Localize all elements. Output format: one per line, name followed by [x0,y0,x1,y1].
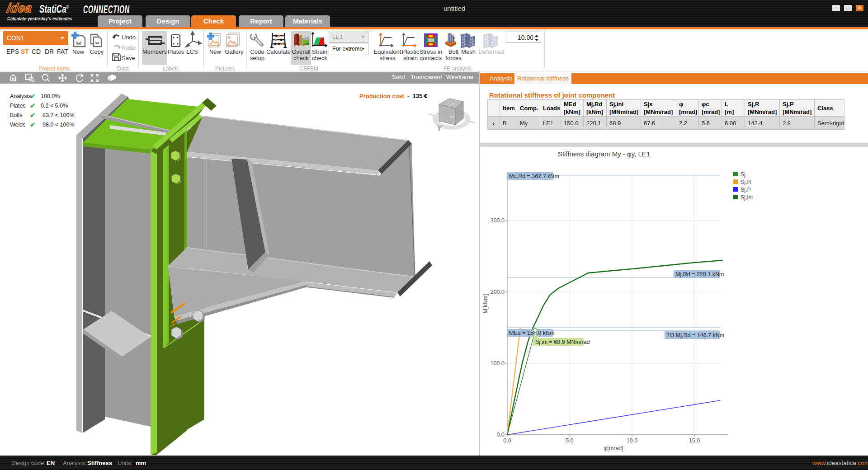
svg-text:Sj,R: Sj,R [741,179,751,185]
svg-text:2/3 Mj,Rd = 146.7 kNm: 2/3 Mj,Rd = 146.7 kNm [666,332,724,338]
svg-text:0.0: 0.0 [497,432,505,438]
svg-text:Mc,Rd = 362.7 kNm: Mc,Rd = 362.7 kNm [509,173,559,179]
svg-text:Mj,Rd = 220.1 kNm: Mj,Rd = 220.1 kNm [675,271,724,277]
svg-text:Sj: Sj [741,171,745,178]
svg-text:Y: Y [437,124,443,132]
svg-text:200.0: 200.0 [491,289,505,295]
svg-text:Sj,ini = 68.9 MNm/rad: Sj,ini = 68.9 MNm/rad [535,339,590,345]
svg-text:MEd = 150.0 kNm: MEd = 150.0 kNm [509,330,554,336]
svg-text:Sj,P: Sj,P [741,187,751,193]
svg-text:φ[mrad]: φ[mrad] [604,445,623,451]
svg-text:+Y: +Y [450,115,455,119]
svg-text:5.0: 5.0 [566,437,573,444]
svg-text:Sj,ini: Sj,ini [741,194,753,201]
svg-text:15.0: 15.0 [689,437,700,444]
svg-text:M[kNm]: M[kNm] [482,294,489,313]
svg-text:10.0: 10.0 [627,437,637,444]
svg-text:100.0: 100.0 [491,360,505,367]
svg-text:0.0: 0.0 [503,437,511,444]
svg-text:z: z [452,102,454,106]
svg-text:300.0: 300.0 [491,217,505,224]
svg-text:Stiffness diagram My - φy, LE1: Stiffness diagram My - φy, LE1 [558,150,650,158]
